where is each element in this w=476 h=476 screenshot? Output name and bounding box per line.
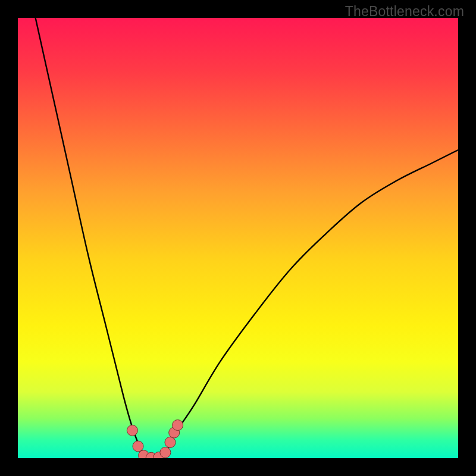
- data-marker: [160, 447, 171, 458]
- curve-group: [36, 18, 458, 458]
- bottleneck-curve: [36, 18, 458, 458]
- plot-area: [18, 18, 458, 458]
- data-marker: [165, 437, 176, 447]
- chart-svg: [18, 18, 458, 458]
- data-marker: [173, 420, 183, 431]
- outer-frame: TheBottleneck.com: [0, 0, 476, 476]
- watermark-text: TheBottleneck.com: [345, 4, 464, 20]
- data-marker: [127, 425, 137, 436]
- data-marker: [133, 441, 143, 452]
- marker-group: [127, 420, 183, 459]
